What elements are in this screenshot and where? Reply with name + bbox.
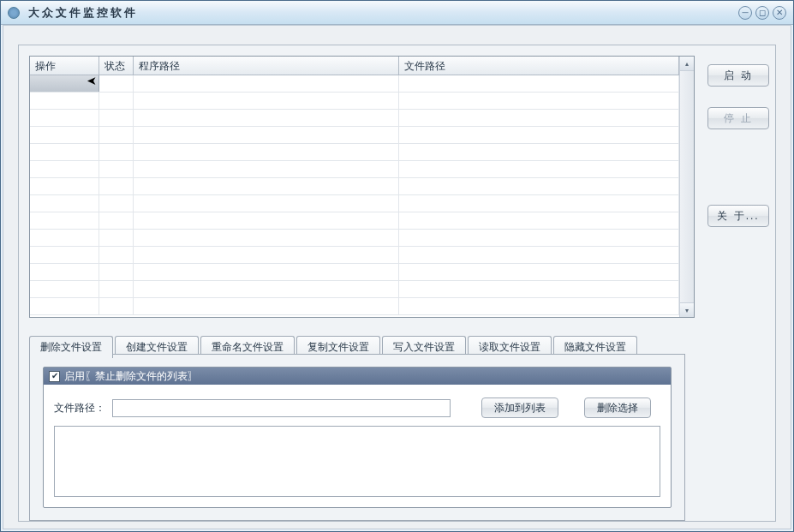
grid-row[interactable] <box>30 110 679 127</box>
grid-row[interactable] <box>30 93 679 110</box>
close-icon[interactable]: ✕ <box>773 6 786 20</box>
scroll-down-icon[interactable]: ▾ <box>680 302 694 317</box>
scroll-up-icon[interactable]: ▴ <box>680 57 694 71</box>
col-file-path[interactable]: 文件路径 <box>399 57 679 75</box>
grid-row[interactable] <box>30 127 679 144</box>
settings-header: ✔ 启用〖禁止删除文件的列表〗 <box>44 368 671 385</box>
path-list[interactable] <box>54 426 660 497</box>
titlebar[interactable]: 大众文件监控软件 ─ ◻ ✕ <box>1 1 793 25</box>
path-row: 文件路径： 添加到列表 删除选择 <box>44 385 671 418</box>
grid-row[interactable] <box>30 281 679 298</box>
tab-panel: ✔ 启用〖禁止删除文件的列表〗 文件路径： 添加到列表 删除选择 <box>29 354 685 521</box>
col-operation[interactable]: 操作 <box>30 57 99 75</box>
enable-checkbox[interactable]: ✔ <box>49 371 60 382</box>
titlebar-controls: ─ ◻ ✕ <box>738 6 786 20</box>
grid-row[interactable] <box>30 298 679 315</box>
path-input[interactable] <box>112 399 451 417</box>
grid-cell[interactable] <box>99 75 134 92</box>
grid-row[interactable] <box>30 212 679 230</box>
monitor-grid: 操作 状态 程序路径 文件路径 ➤ <box>29 56 695 318</box>
maximize-icon[interactable]: ◻ <box>755 6 769 20</box>
window-title: 大众文件监控软件 <box>28 5 138 21</box>
grid-header: 操作 状态 程序路径 文件路径 <box>30 57 679 75</box>
side-buttons: 启 动 停 止 关 于... <box>707 64 769 227</box>
grid-cell[interactable] <box>399 75 679 92</box>
remove-selected-button[interactable]: 删除选择 <box>584 398 651 418</box>
col-status[interactable]: 状态 <box>99 57 134 75</box>
tab-delete[interactable]: 删除文件设置 <box>29 336 113 358</box>
enable-label: 启用〖禁止删除文件的列表〗 <box>64 369 198 384</box>
about-button[interactable]: 关 于... <box>707 205 769 227</box>
grid-cell[interactable]: ➤ <box>30 75 99 92</box>
grid-row[interactable] <box>30 178 679 195</box>
col-program-path[interactable]: 程序路径 <box>134 57 399 75</box>
stop-button[interactable]: 停 止 <box>707 107 769 129</box>
app-icon <box>8 7 20 19</box>
grid-body[interactable]: ➤ <box>30 75 679 317</box>
client-area: 操作 状态 程序路径 文件路径 ➤ <box>3 25 791 529</box>
grid-row[interactable]: ➤ <box>30 75 679 93</box>
check-icon: ✔ <box>51 372 58 380</box>
main-panel: 操作 状态 程序路径 文件路径 ➤ <box>18 45 776 522</box>
add-to-list-button[interactable]: 添加到列表 <box>481 398 558 418</box>
scrollbar[interactable]: ▴ ▾ <box>679 57 694 317</box>
grid-row[interactable] <box>30 195 679 212</box>
path-label: 文件路径： <box>54 401 105 415</box>
settings-panel: ✔ 启用〖禁止删除文件的列表〗 文件路径： 添加到列表 删除选择 <box>43 367 672 508</box>
grid-cell[interactable] <box>134 75 399 92</box>
cursor-icon: ➤ <box>87 75 97 87</box>
minimize-icon[interactable]: ─ <box>738 6 752 20</box>
grid-row[interactable] <box>30 144 679 161</box>
grid-row[interactable] <box>30 161 679 178</box>
start-button[interactable]: 启 动 <box>707 64 769 87</box>
app-window: 大众文件监控软件 ─ ◻ ✕ 操作 状态 程序路径 文件路径 <box>0 0 794 532</box>
grid-row[interactable] <box>30 230 679 247</box>
grid-row[interactable] <box>30 264 679 281</box>
grid-row[interactable] <box>30 247 679 264</box>
